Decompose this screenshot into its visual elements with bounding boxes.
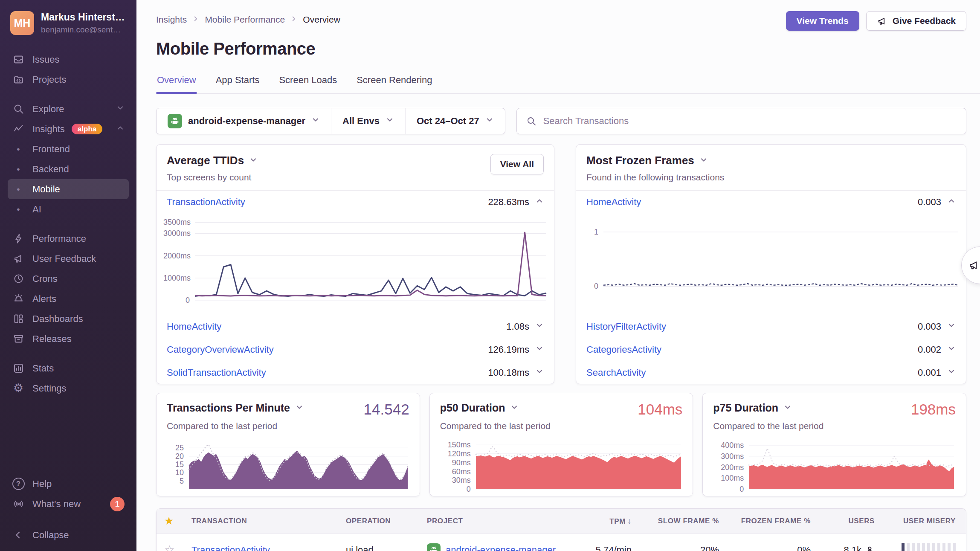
view-trends-button[interactable]: View Trends bbox=[786, 11, 859, 31]
transaction-link[interactable]: SearchActivity bbox=[586, 367, 646, 378]
sidebar-item-label: Performance bbox=[32, 233, 86, 244]
transaction-link[interactable]: CategoriesActivity bbox=[586, 344, 661, 355]
chevron-down-icon bbox=[947, 344, 956, 355]
sidebar-item-help[interactable]: ? Help bbox=[8, 474, 129, 494]
frozen-row-expanded[interactable]: HomeActivity 0.003 bbox=[576, 190, 966, 213]
users-cell: 8.1k bbox=[811, 545, 875, 551]
nav-group-gap bbox=[8, 349, 129, 358]
tab-app-starts[interactable]: App Starts bbox=[215, 75, 261, 93]
project-filter[interactable]: android-expense-manager bbox=[157, 108, 331, 134]
project-cell: android-expense-manager bbox=[427, 543, 568, 551]
col-project[interactable]: PROJECT bbox=[427, 517, 568, 525]
transaction-link[interactable]: SolidTransactionActivity bbox=[167, 367, 266, 378]
environment-filter-value: All Envs bbox=[342, 116, 380, 127]
sidebar-item-projects[interactable]: Projects bbox=[8, 70, 129, 90]
transaction-link[interactable]: CategoryOverviewActivity bbox=[167, 344, 274, 355]
frozen-frame-cell: 0% bbox=[719, 545, 811, 551]
sidebar-item-whats-new[interactable]: What's new 1 bbox=[8, 494, 129, 514]
transaction-link[interactable]: HistoryFilterActivity bbox=[586, 321, 666, 332]
col-operation[interactable]: OPERATION bbox=[346, 517, 427, 525]
card-title-label: Average TTIDs bbox=[167, 154, 244, 167]
sidebar-item-settings[interactable]: ⚙ Settings bbox=[8, 378, 129, 398]
tab-screen-loads[interactable]: Screen Loads bbox=[278, 75, 338, 93]
sidebar-item-releases[interactable]: Releases bbox=[8, 329, 129, 349]
sidebar-item-ai[interactable]: • AI bbox=[8, 199, 129, 219]
sidebar-item-insights[interactable]: Insights alpha bbox=[8, 119, 129, 139]
transaction-link[interactable]: TransactionActivity bbox=[167, 197, 245, 208]
p75-value: 198ms bbox=[911, 402, 956, 417]
frozen-row[interactable]: CategoriesActivity 0.002 bbox=[576, 338, 966, 361]
col-transaction[interactable]: TRANSACTION bbox=[191, 517, 346, 525]
dashboard-grid-icon bbox=[12, 313, 25, 325]
stat-title-label: Transactions Per Minute bbox=[167, 402, 290, 414]
sidebar-item-dashboards[interactable]: Dashboards bbox=[8, 309, 129, 329]
sidebar-item-label: Help bbox=[32, 478, 52, 490]
sidebar-item-user-feedback[interactable]: User Feedback bbox=[8, 249, 129, 269]
sidebar-item-performance[interactable]: Performance bbox=[8, 229, 129, 249]
transaction-link[interactable]: TransactionActivity bbox=[191, 545, 270, 551]
sidebar-item-issues[interactable]: Issues bbox=[8, 49, 129, 70]
frozen-frames-title-dropdown[interactable]: Most Frozen Frames bbox=[586, 154, 724, 167]
col-slow-frame[interactable]: SLOW FRAME % bbox=[632, 517, 719, 525]
tab-screen-rendering[interactable]: Screen Rendering bbox=[356, 75, 433, 93]
star-filled-icon[interactable]: ★ bbox=[164, 515, 191, 527]
avg-ttids-title-dropdown[interactable]: Average TTIDs bbox=[167, 154, 258, 167]
ttid-row[interactable]: CategoryOverviewActivity 126.19ms bbox=[157, 338, 554, 361]
clock-icon bbox=[12, 273, 25, 284]
chevron-left-icon bbox=[12, 529, 25, 541]
sidebar-item-frontend[interactable]: • Frontend bbox=[8, 139, 129, 159]
search-icon bbox=[12, 103, 25, 115]
breadcrumb-insights[interactable]: Insights bbox=[156, 14, 187, 25]
user-email: benjamin.coe@sent… bbox=[41, 25, 125, 35]
col-tpm[interactable]: TPM↓ bbox=[568, 516, 632, 526]
bullet-icon: • bbox=[12, 204, 25, 215]
col-frozen-frame[interactable]: FROZEN FRAME % bbox=[719, 517, 811, 525]
transaction-link[interactable]: HomeActivity bbox=[586, 197, 641, 208]
p75-title-dropdown[interactable]: p75 Duration bbox=[713, 402, 792, 414]
ttid-row-expanded[interactable]: TransactionActivity 228.63ms bbox=[157, 190, 554, 213]
frozen-row[interactable]: HistoryFilterActivity 0.003 bbox=[576, 315, 966, 338]
col-tpm-label: TPM bbox=[609, 517, 626, 525]
sidebar-item-label: Alerts bbox=[32, 293, 56, 304]
ttid-row[interactable]: HomeActivity 1.08s bbox=[157, 315, 554, 338]
view-all-button[interactable]: View All bbox=[490, 154, 544, 174]
breadcrumb-mobile-performance[interactable]: Mobile Performance bbox=[205, 14, 285, 25]
p50-chart: 150ms120ms90ms60ms30ms0 bbox=[440, 438, 683, 494]
lightning-icon bbox=[12, 233, 25, 244]
transaction-link[interactable]: HomeActivity bbox=[167, 321, 221, 332]
sidebar-item-crons[interactable]: Crons bbox=[8, 269, 129, 289]
p50-title-dropdown[interactable]: p50 Duration bbox=[440, 402, 519, 414]
col-users[interactable]: USERS bbox=[811, 517, 875, 525]
sidebar-item-mobile[interactable]: • Mobile bbox=[8, 179, 129, 199]
project-link[interactable]: android-expense-manager bbox=[446, 545, 556, 551]
sidebar-item-label: User Feedback bbox=[32, 253, 96, 264]
date-range-filter[interactable]: Oct 24–Oct 27 bbox=[405, 108, 505, 134]
user-menu[interactable]: MH Markus Hinterst… benjamin.coe@sent… bbox=[0, 11, 136, 35]
star-outline-icon[interactable]: ☆ bbox=[164, 543, 191, 551]
search-transactions-input[interactable] bbox=[542, 115, 957, 127]
chevron-down-icon bbox=[783, 402, 792, 414]
filter-bar: android-expense-manager All Envs Oct 24–… bbox=[156, 108, 966, 134]
frozen-row[interactable]: SearchActivity 0.001 bbox=[576, 361, 966, 384]
environment-filter[interactable]: All Envs bbox=[331, 108, 405, 134]
ttid-row[interactable]: SolidTransactionActivity 100.18ms bbox=[157, 361, 554, 384]
sort-descending-icon: ↓ bbox=[627, 516, 632, 525]
col-user-misery[interactable]: USER MISERY bbox=[875, 517, 956, 525]
sidebar-item-explore[interactable]: Explore bbox=[8, 99, 129, 119]
sidebar-item-alerts[interactable]: Alerts bbox=[8, 289, 129, 309]
sidebar-item-stats[interactable]: Stats bbox=[8, 358, 129, 378]
sidebar-nav: Issues Projects Explore Insights alpha •… bbox=[0, 49, 136, 398]
tpm-title-dropdown[interactable]: Transactions Per Minute bbox=[167, 402, 304, 414]
sidebar-item-backend[interactable]: • Backend bbox=[8, 159, 129, 179]
megaphone-icon bbox=[12, 253, 25, 264]
tab-overview[interactable]: Overview bbox=[156, 75, 197, 93]
sidebar-collapse-button[interactable]: Collapse bbox=[8, 525, 129, 545]
nav-group-gap bbox=[8, 90, 129, 99]
sidebar: MH Markus Hinterst… benjamin.coe@sent… I… bbox=[0, 0, 136, 551]
bullet-icon: • bbox=[12, 164, 25, 174]
tpm-cell: 5.74/min bbox=[568, 545, 632, 551]
give-feedback-button[interactable]: Give Feedback bbox=[866, 11, 966, 31]
siren-icon bbox=[12, 293, 25, 304]
insights-icon bbox=[12, 123, 25, 135]
tpm-card: Transactions Per Minute 14.542 Compared … bbox=[156, 393, 420, 496]
